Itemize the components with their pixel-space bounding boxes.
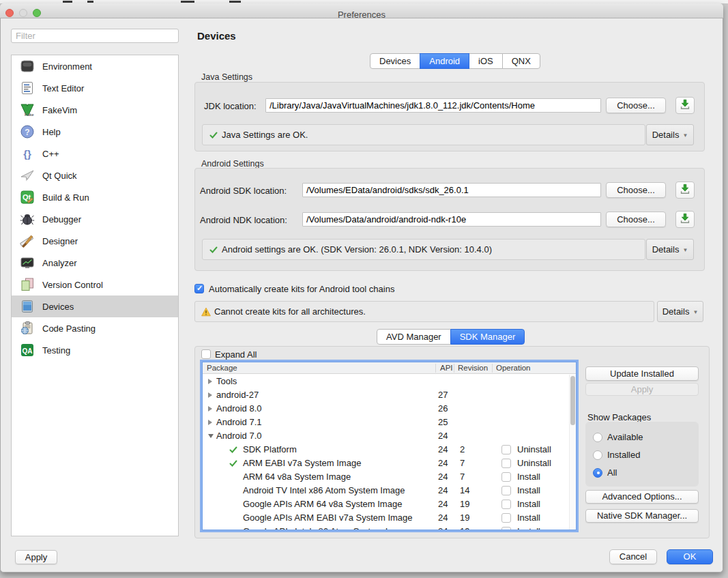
- auto-create-kits-checkbox[interactable]: [194, 284, 204, 293]
- native-sdk-manager-button[interactable]: Native SDK Manager...: [585, 509, 699, 523]
- package-row[interactable]: Android 8.0 26: [203, 402, 576, 416]
- package-row[interactable]: Google APIs ARM 64 v8a System Image 24 1…: [203, 497, 576, 511]
- package-row[interactable]: android-27 27: [203, 388, 576, 402]
- ndk-download-button[interactable]: [675, 211, 695, 228]
- package-table[interactable]: Package API Revision Operation Tools and…: [202, 362, 577, 530]
- operation-checkbox[interactable]: [501, 445, 511, 454]
- radio-all[interactable]: All: [593, 467, 617, 478]
- ndk-choose-button[interactable]: Choose...: [606, 212, 666, 227]
- expander-icon[interactable]: [208, 392, 212, 398]
- kits-warning-text: Cannot create kits for all architectures…: [214, 306, 366, 317]
- installed-check-icon: [229, 445, 238, 454]
- column-header-api[interactable]: API: [440, 364, 453, 372]
- radio-icon[interactable]: [593, 468, 602, 478]
- sidebar-item-c[interactable]: {} C++: [12, 143, 178, 164]
- package-row[interactable]: SDK Platform 24 2 Uninstall: [203, 443, 576, 457]
- package-row[interactable]: Android TV Intel x86 Atom System Image 2…: [203, 484, 576, 497]
- advanced-options-button[interactable]: Advanced Options...: [585, 490, 699, 504]
- qt-quick-icon: [20, 168, 35, 183]
- filter-input[interactable]: [11, 29, 179, 43]
- chevron-down-icon: ▼: [693, 309, 698, 315]
- operation-checkbox[interactable]: [501, 486, 511, 495]
- tab-android[interactable]: Android: [420, 53, 469, 69]
- column-header-package[interactable]: Package: [207, 364, 237, 372]
- titlebar[interactable]: Preferences: [0, 3, 723, 18]
- cancel-button[interactable]: Cancel: [609, 549, 657, 564]
- sidebar-item-testing[interactable]: QA Testing: [12, 339, 178, 361]
- designer-icon: [20, 233, 35, 248]
- radio-icon[interactable]: [593, 450, 602, 460]
- sdk-location-field[interactable]: [302, 183, 601, 197]
- sidebar-item-version-control[interactable]: Version Control: [12, 274, 178, 295]
- java-status-text: Java Settings are OK.: [222, 130, 308, 140]
- window-title: Preferences: [0, 10, 723, 20]
- package-row[interactable]: Android 7.1 25: [203, 416, 576, 429]
- package-row[interactable]: Google APIs Intel x86 Atom System Image …: [203, 525, 576, 530]
- expander-icon[interactable]: [208, 379, 212, 384]
- expander-icon[interactable]: [208, 420, 212, 425]
- settings-category-list: Environment Text Editor Fake FakeVim ? H…: [11, 55, 179, 536]
- tab-devices[interactable]: Devices: [370, 53, 420, 69]
- table-header[interactable]: Package API Revision Operation: [203, 362, 576, 374]
- jdk-download-button[interactable]: [675, 97, 695, 114]
- package-row[interactable]: ARM EABI v7a System Image 24 7 Uninstall: [203, 457, 576, 470]
- android-details-button[interactable]: Details▼: [646, 239, 694, 260]
- text-editor-icon: [20, 81, 35, 96]
- java-settings-group-label: Java Settings: [201, 72, 252, 82]
- sidebar-item-code-pasting[interactable]: Code Pasting: [12, 317, 178, 339]
- operation-checkbox[interactable]: [501, 513, 511, 523]
- package-row[interactable]: Google APIs ARM EABI v7a System Image 24…: [203, 511, 576, 525]
- sidebar-item-debugger[interactable]: Debugger: [12, 208, 178, 230]
- package-row[interactable]: Tools: [203, 375, 576, 388]
- tab-avd-manager[interactable]: AVD Manager: [377, 329, 451, 345]
- ok-button[interactable]: OK: [667, 549, 713, 564]
- kits-details-button[interactable]: Details▼: [657, 301, 703, 322]
- expand-all-label: Expand All: [215, 349, 257, 360]
- table-scrollbar[interactable]: [569, 375, 576, 530]
- jdk-location-field[interactable]: [265, 98, 601, 113]
- expander-icon[interactable]: [208, 406, 212, 411]
- column-header-revision[interactable]: Revision: [458, 364, 488, 372]
- download-icon: [679, 183, 691, 197]
- operation-checkbox[interactable]: [501, 459, 511, 468]
- radio-installed[interactable]: Installed: [593, 450, 640, 460]
- download-icon: [679, 98, 691, 113]
- ndk-location-field[interactable]: [302, 212, 601, 227]
- expand-all-checkbox[interactable]: [201, 349, 211, 359]
- manager-tab-bar: AVD ManagerSDK Manager: [377, 329, 525, 345]
- warning-icon: [201, 307, 211, 317]
- radio-icon[interactable]: [593, 433, 602, 442]
- tab-ios[interactable]: iOS: [469, 53, 503, 69]
- radio-available[interactable]: Available: [593, 432, 643, 442]
- sidebar-item-environment[interactable]: Environment: [12, 55, 178, 77]
- jdk-choose-button[interactable]: Choose...: [606, 98, 666, 113]
- sdk-choose-button[interactable]: Choose...: [606, 182, 666, 198]
- debugger-icon: [20, 212, 35, 227]
- operation-checkbox[interactable]: [501, 472, 511, 482]
- sidebar-item-devices[interactable]: Devices: [12, 295, 178, 317]
- scrollbar-thumb[interactable]: [570, 376, 575, 425]
- package-row[interactable]: Android 7.0 24: [203, 429, 576, 443]
- apply-button[interactable]: Apply: [15, 550, 57, 564]
- sidebar-item-build-run[interactable]: Qt Build & Run: [12, 186, 178, 208]
- svg-text:Fake: Fake: [25, 113, 34, 117]
- expander-icon[interactable]: [208, 434, 214, 438]
- android-status-bar: Android settings are OK. (SDK Version: 2…: [202, 239, 645, 260]
- tab-qnx[interactable]: QNX: [502, 53, 540, 69]
- sdk-download-button[interactable]: [675, 182, 695, 199]
- operation-checkbox[interactable]: [501, 527, 511, 530]
- sidebar-item-qt-quick[interactable]: Qt Quick: [12, 164, 178, 186]
- tab-sdk-manager[interactable]: SDK Manager: [450, 329, 525, 345]
- sidebar-item-help[interactable]: ? Help: [12, 121, 178, 143]
- java-details-button[interactable]: Details▼: [646, 124, 694, 145]
- sdk-apply-button[interactable]: Apply: [585, 383, 699, 396]
- operation-checkbox[interactable]: [501, 500, 511, 509]
- sidebar-item-designer[interactable]: Designer: [12, 230, 178, 252]
- sidebar-item-analyzer[interactable]: Analyzer: [12, 252, 178, 274]
- package-row[interactable]: ARM 64 v8a System Image 24 7 Install: [203, 470, 576, 484]
- sidebar-item-fakevim[interactable]: Fake FakeVim: [12, 99, 178, 121]
- update-installed-button[interactable]: Update Installed: [585, 366, 699, 381]
- column-header-operation[interactable]: Operation: [496, 364, 531, 372]
- sidebar-item-text-editor[interactable]: Text Editor: [12, 77, 178, 99]
- environment-icon: [20, 59, 35, 74]
